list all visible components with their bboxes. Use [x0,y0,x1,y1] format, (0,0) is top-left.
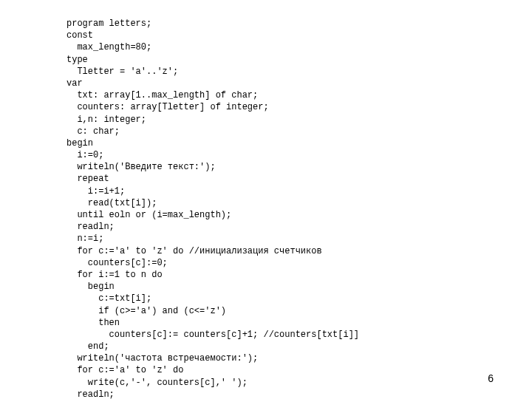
code-line: read(txt[i]); [66,198,157,208]
code-line: begin [66,138,93,149]
code-line: readln; [66,222,115,232]
code-line: then [66,318,120,328]
code-line: max_length=80; [66,42,151,52]
code-line: for c:='a' to 'z' do [66,365,183,375]
code-line: var [66,78,83,89]
code-line: readln; [66,389,115,399]
code-line: n:=i; [66,233,103,244]
code-line: i:=i+1; [66,186,125,197]
code-line: for i:=1 to n do [66,270,163,280]
code-line: begin [66,282,115,292]
code-line: i:=0; [66,150,103,160]
code-line: repeat [66,174,109,184]
code-line: Tletter = 'a'..'z'; [66,66,178,77]
code-line: counters[c]:=0; [66,258,168,268]
code-line: counters: array[Tletter] of integer; [66,102,269,112]
code-line: c:=txt[i]; [66,293,151,304]
code-line: counters[c]:= counters[c]+1; //counters[… [66,330,359,340]
code-line: write(c,'-', counters[c],' '); [66,378,248,388]
code-line: for c:='a' to 'z' do //инициализация сче… [66,246,322,256]
code-line: if (c>='a') and (c<='z') [66,306,226,316]
code-line: writeln('Введите текст:'); [66,162,216,172]
code-line: i,n: integer; [66,115,146,125]
page-number: 6 [488,372,494,386]
pascal-code-block: program letters; const max_length=80; ty… [66,18,502,399]
code-line: program letters; [66,18,151,29]
code-line: const [66,30,93,41]
code-line: until eoln or (i=max_length); [66,210,231,220]
code-line: end; [66,341,109,352]
code-line: type [66,55,88,65]
code-line: c: char; [66,126,120,137]
code-line: txt: array[1..max_length] of char; [66,90,258,100]
code-line: writeln('частота встречаемости:'); [66,353,258,364]
